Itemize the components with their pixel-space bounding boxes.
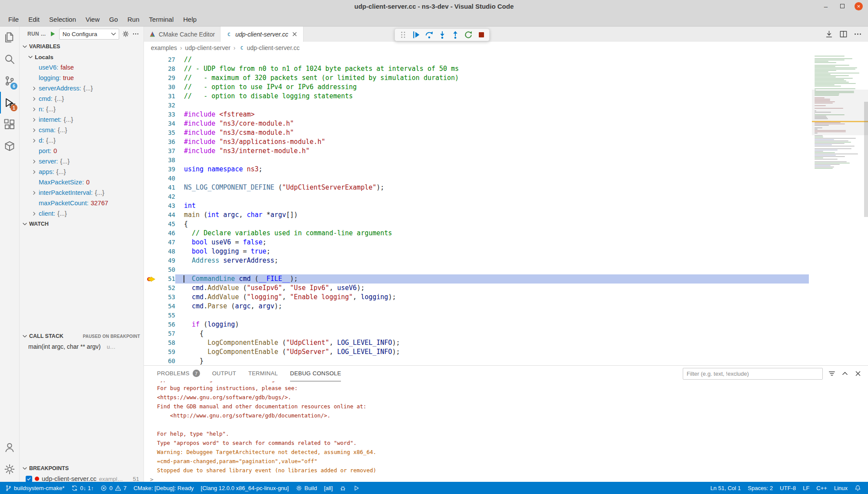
code-line[interactable]: 35#include "ns3/csma-module.h" [144,128,809,137]
status-eol[interactable]: LF [799,482,813,494]
continue-button[interactable] [410,29,422,41]
variable-n[interactable]: n:{...} [20,104,144,114]
gutter[interactable] [144,128,160,137]
code-line[interactable]: 50 [144,265,809,274]
code-line[interactable]: 53 cmd.AddValue ("logging", "Enable logg… [144,293,809,302]
maximize-button[interactable] [838,2,847,10]
close-button[interactable]: × [855,2,863,10]
filter-list-icon[interactable] [828,370,836,377]
status-git-branch[interactable]: buildsystem-cmake* [2,482,68,494]
code-line[interactable]: 49 Address serverAddress; [144,256,809,265]
tab-udp-client-server-cc[interactable]: Cudp-client-server.cc [220,27,304,42]
variable-usev6[interactable]: useV6:false [20,62,144,73]
status-language-mode[interactable]: C++ [813,482,831,494]
code-line[interactable]: 46 // Declare variables used in command-… [144,229,809,238]
gear-icon[interactable] [122,30,129,37]
gutter[interactable] [144,156,160,165]
editor-scrollbar[interactable] [864,102,868,217]
menu-run[interactable]: Run [123,13,144,25]
status-remote-os[interactable]: Linux [831,482,851,494]
gutter[interactable] [144,329,160,338]
breadcrumb-item[interactable]: udp-client-server [185,44,230,51]
code-line[interactable]: 29// - maximum of 320 packets sent (or l… [144,73,809,83]
activity-extensions[interactable] [0,113,19,135]
menu-go[interactable]: Go [104,13,123,25]
status-indentation[interactable]: Spaces: 2 [744,482,777,494]
minimap[interactable] [812,54,864,170]
gutter[interactable] [144,64,160,73]
variable-client[interactable]: client:{...} [20,208,144,219]
chevron-right-icon[interactable] [31,211,39,217]
code-line[interactable]: 54 cmd.Parse (argc, argv); [144,302,809,311]
code-line[interactable]: 48 bool logging = true; [144,247,809,256]
gutter[interactable] [144,220,160,229]
breadcrumb-item[interactable]: examples [151,44,177,51]
gutter[interactable] [144,210,160,220]
gutter[interactable] [144,229,160,238]
menu-selection[interactable]: Selection [44,13,81,25]
breakpoint-item[interactable]: udp-client-server.cc exampl… 51 [20,474,144,482]
code-line[interactable]: 39using namespace ns3; [144,165,809,174]
chevron-right-icon[interactable] [31,169,39,175]
gutter[interactable] [144,338,160,347]
code-line[interactable]: 43int [144,201,809,210]
console-prompt[interactable]: > [150,475,868,482]
status-problems[interactable]: 07 [97,482,130,494]
activity-source-control[interactable]: 6 [0,70,19,92]
variable-apps[interactable]: apps:{...} [20,167,144,177]
variable-maxpacketcount[interactable]: maxPacketCount:32767 [20,198,144,208]
gutter[interactable] [144,357,160,365]
menu-edit[interactable]: Edit [23,13,44,25]
gutter[interactable] [144,274,160,284]
menu-view[interactable]: View [81,13,104,25]
variable-serveraddress[interactable]: serverAddress:{...} [20,83,144,93]
variable-cmd[interactable]: cmd:{...} [20,93,144,104]
section-breakpoints[interactable]: BREAKPOINTS [20,463,144,474]
gutter[interactable] [144,347,160,357]
gutter[interactable] [144,311,160,320]
gutter[interactable] [144,165,160,174]
code-line[interactable]: 37#include "ns3/internet-module.h" [144,147,809,156]
close-icon[interactable] [291,31,298,37]
download-icon[interactable] [825,30,833,38]
panel-tab-output[interactable]: OUTPUT [212,366,236,381]
start-debugging-button[interactable] [49,30,56,37]
section-variables[interactable]: VARIABLES [20,41,144,52]
chevron-right-icon[interactable] [31,159,39,164]
code-line[interactable]: 41NS_LOG_COMPONENT_DEFINE ("UdpClientSer… [144,183,809,192]
gutter[interactable] [144,293,160,302]
code-line[interactable]: 33#include <fstream> [144,110,809,119]
minimap-viewport[interactable] [812,90,868,135]
more-actions-icon[interactable] [132,30,139,37]
scope-locals[interactable]: Locals [20,52,144,62]
gutter[interactable] [144,256,160,265]
code-line[interactable]: 28// - UDP flow from n0 to n1 of 1024 by… [144,64,809,73]
activity-accounts[interactable] [0,437,19,458]
variable-d[interactable]: d:{...} [20,135,144,146]
status-debug-target[interactable] [336,482,350,494]
code-line[interactable]: 36#include "ns3/applications-module.h" [144,137,809,147]
variable-maxpacketsize[interactable]: MaxPacketSize:0 [20,177,144,187]
code-editor[interactable]: 27//28// - UDP flow from n0 to n1 of 102… [144,54,868,365]
code-line[interactable]: 44main (int argc, char *argv[]) [144,210,809,220]
split-editor-icon[interactable] [839,30,848,38]
gutter[interactable] [144,247,160,256]
gutter[interactable] [144,174,160,183]
variable-internet[interactable]: internet:{...} [20,114,144,125]
gutter[interactable] [144,284,160,293]
code-line[interactable]: 55 [144,311,809,320]
close-panel-icon[interactable] [854,370,862,377]
code-line[interactable]: 57 { [144,329,809,338]
gutter[interactable] [144,83,160,92]
chevron-right-icon[interactable] [31,127,39,133]
chevron-right-icon[interactable] [31,96,39,102]
activity-explorer[interactable] [0,27,19,48]
panel-tab-problems[interactable]: PROBLEMS7 [157,366,200,381]
variable-server[interactable]: server:{...} [20,156,144,167]
gutter[interactable] [144,55,160,64]
minimize-button[interactable]: – [821,2,830,10]
debug-config-dropdown[interactable]: No Configura [59,29,119,40]
code-line[interactable]: 31// - option to disable logging stateme… [144,92,809,101]
status-run-target[interactable] [350,482,363,494]
code-line[interactable]: 40 [144,174,809,183]
